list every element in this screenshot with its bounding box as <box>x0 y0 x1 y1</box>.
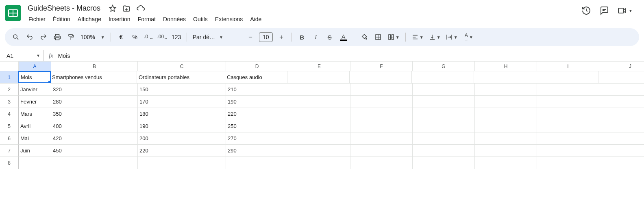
star-icon[interactable] <box>109 4 117 13</box>
increase-decimal-button[interactable]: .00→ <box>157 31 169 43</box>
cell[interactable] <box>350 84 413 96</box>
cell[interactable] <box>599 108 644 120</box>
paint-format-button[interactable] <box>65 31 77 43</box>
cell[interactable] <box>475 120 537 132</box>
number-format-button[interactable]: 123 <box>170 31 183 43</box>
menu-outils[interactable]: Outils <box>190 14 211 24</box>
decrease-decimal-button[interactable]: .0 ← <box>143 31 155 43</box>
text-color-button[interactable]: A <box>337 31 350 43</box>
text-rotation-button[interactable]: A→▼ <box>461 31 476 43</box>
cell[interactable] <box>350 108 413 120</box>
zoom-select[interactable]: 100% ▼ <box>79 34 107 40</box>
name-box[interactable]: A1 ▼ <box>3 50 44 61</box>
cell[interactable]: Mai <box>19 132 51 145</box>
cell[interactable]: Smartphones vendus <box>50 71 137 84</box>
row-header-7[interactable]: 7 <box>0 145 19 157</box>
cell[interactable] <box>537 157 599 169</box>
cell[interactable] <box>537 84 599 96</box>
cell[interactable]: 210 <box>226 84 288 96</box>
strikethrough-button[interactable]: S <box>324 31 336 43</box>
cell[interactable]: 220 <box>226 108 288 120</box>
formula-input[interactable]: Mois <box>58 53 70 59</box>
cell[interactable] <box>599 157 644 169</box>
menu-edition[interactable]: Édition <box>50 14 74 24</box>
cell[interactable] <box>599 120 644 132</box>
cell[interactable] <box>599 96 644 108</box>
cell[interactable]: Casques audio <box>225 71 287 84</box>
cell[interactable]: 350 <box>51 108 138 120</box>
font-family-select[interactable]: Par dé… ▼ <box>191 34 236 40</box>
meet-icon[interactable]: ▼ <box>617 6 633 15</box>
move-icon[interactable] <box>122 4 131 13</box>
cell[interactable] <box>226 157 288 169</box>
cell[interactable]: 320 <box>51 84 138 96</box>
cell[interactable] <box>537 108 599 120</box>
cell[interactable] <box>350 120 413 132</box>
cell[interactable] <box>413 132 475 145</box>
cell[interactable] <box>413 157 475 169</box>
redo-button[interactable] <box>37 31 50 43</box>
menu-donnees[interactable]: Données <box>160 14 189 24</box>
row-header-6[interactable]: 6 <box>0 132 19 145</box>
cell[interactable]: 180 <box>138 108 226 120</box>
cell[interactable]: 290 <box>226 145 288 157</box>
column-header-F[interactable]: F <box>350 62 413 71</box>
cell[interactable]: Ordinateurs portables <box>137 71 225 84</box>
column-header-C[interactable]: C <box>138 62 226 71</box>
row-header-5[interactable]: 5 <box>0 120 19 132</box>
row-header-1[interactable]: 1 <box>0 71 19 84</box>
row-header-2[interactable]: 2 <box>0 84 19 96</box>
cell[interactable] <box>413 96 475 108</box>
cell[interactable] <box>474 71 536 84</box>
cell[interactable] <box>599 145 644 157</box>
menu-insertion[interactable]: Insertion <box>105 14 134 24</box>
bold-button[interactable]: B <box>296 31 308 43</box>
cell[interactable]: 190 <box>138 120 226 132</box>
column-header-H[interactable]: H <box>475 62 537 71</box>
cell[interactable]: 150 <box>138 84 226 96</box>
row-header-4[interactable]: 4 <box>0 108 19 120</box>
cell[interactable] <box>288 120 350 132</box>
document-title[interactable]: GuideSheets - Macros <box>25 3 103 13</box>
cell[interactable]: Mars <box>19 108 51 120</box>
cell[interactable]: Mois <box>18 71 51 83</box>
cell[interactable] <box>350 145 413 157</box>
text-wrap-button[interactable]: ▼ <box>444 31 459 43</box>
cloud-status-icon[interactable] <box>136 4 145 13</box>
cell[interactable]: 170 <box>138 96 226 108</box>
cell[interactable] <box>350 71 412 84</box>
vertical-align-button[interactable]: ▼ <box>427 31 442 43</box>
comment-icon[interactable] <box>599 6 609 15</box>
cell[interactable] <box>288 132 350 145</box>
column-header-E[interactable]: E <box>288 62 350 71</box>
column-header-D[interactable]: D <box>226 62 288 71</box>
decrease-font-button[interactable] <box>244 31 257 43</box>
cell[interactable]: 200 <box>138 132 226 145</box>
cell[interactable] <box>475 157 537 169</box>
cell[interactable] <box>288 157 350 169</box>
cell[interactable] <box>288 96 350 108</box>
merge-cells-button[interactable]: ▼ <box>386 31 401 43</box>
cell[interactable] <box>537 96 599 108</box>
cell[interactable]: 280 <box>51 96 138 108</box>
horizontal-align-button[interactable]: ▼ <box>410 31 425 43</box>
increase-font-button[interactable] <box>275 31 287 43</box>
cell[interactable]: 400 <box>51 120 138 132</box>
print-button[interactable] <box>51 31 63 43</box>
cell[interactable]: Avril <box>19 120 51 132</box>
font-size-input[interactable] <box>259 32 273 42</box>
fill-color-button[interactable] <box>358 31 370 43</box>
borders-button[interactable] <box>372 31 384 43</box>
history-icon[interactable] <box>581 6 591 15</box>
menu-format[interactable]: Format <box>135 14 159 24</box>
currency-button[interactable]: € <box>115 31 127 43</box>
cell[interactable]: 220 <box>138 145 226 157</box>
cell[interactable]: Février <box>19 96 51 108</box>
cell[interactable]: 190 <box>226 96 288 108</box>
menu-extensions[interactable]: Extensions <box>212 14 246 24</box>
undo-button[interactable] <box>24 31 36 43</box>
cell[interactable] <box>350 96 413 108</box>
search-button[interactable] <box>10 31 22 43</box>
cell[interactable] <box>413 84 475 96</box>
menu-affichage[interactable]: Affichage <box>74 14 104 24</box>
